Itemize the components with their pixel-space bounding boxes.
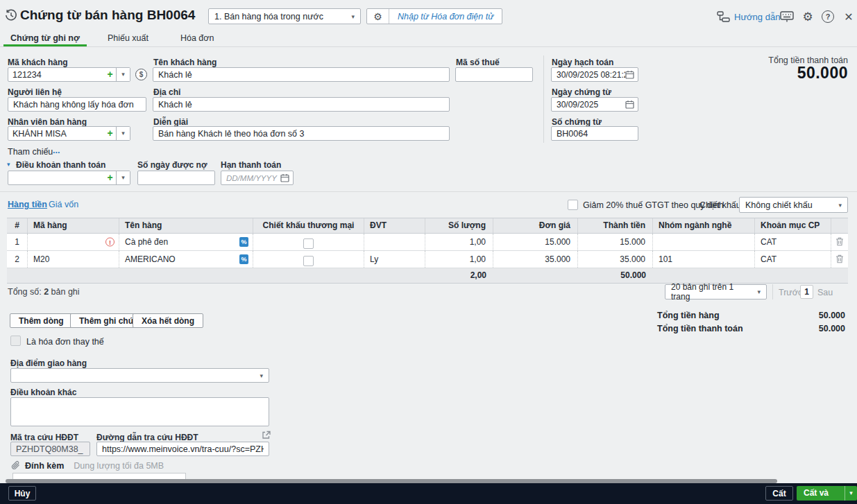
industry-cell[interactable]: 101 <box>653 251 755 268</box>
payment-dollar-icon[interactable]: $ <box>135 69 147 80</box>
form-divider <box>543 55 544 143</box>
salesperson-dropdown-button[interactable]: ▾ <box>116 127 130 140</box>
calendar-icon[interactable] <box>625 100 634 109</box>
trade-discount-cell <box>253 251 364 268</box>
debt-days-input[interactable] <box>137 171 215 185</box>
calendar-icon[interactable] <box>280 173 289 182</box>
lookup-code-label: Mã tra cứu HĐĐT <box>10 433 78 442</box>
description-label: Diễn giải <box>153 117 188 127</box>
price-cell[interactable]: 15.000 <box>493 234 578 250</box>
save-and-print-button[interactable]: Cất và In ▾ <box>797 486 857 501</box>
add-salesperson-icon[interactable]: + <box>104 127 116 140</box>
item-name-cell[interactable]: Cà phê đen % <box>119 234 253 250</box>
clear-rows-button[interactable]: Xóa hết dòng <box>133 313 203 328</box>
table-total-row: 2,00 50.000 <box>7 268 848 284</box>
due-date-input[interactable] <box>226 174 280 182</box>
einvoice-settings-button[interactable]: ⚙ <box>367 9 389 24</box>
chevron-down-icon: ▾ <box>753 288 761 295</box>
lookup-url-input[interactable] <box>96 442 269 456</box>
replace-invoice-checkbox[interactable] <box>10 336 21 346</box>
customer-code-dropdown-button[interactable]: ▾ <box>116 68 130 81</box>
close-icon[interactable]: ✕ <box>842 10 856 24</box>
customer-name-input[interactable] <box>153 67 450 82</box>
salesperson-input[interactable] <box>8 127 104 140</box>
contact-input[interactable] <box>8 97 146 112</box>
expense-cell[interactable]: CAT <box>755 234 831 250</box>
keyboard-shortcuts-icon[interactable] <box>780 10 794 23</box>
col-industry: Nhóm ngành nghề <box>653 218 755 233</box>
tax-code-input[interactable] <box>455 67 533 82</box>
history-icon[interactable] <box>5 9 17 21</box>
tab-hoa-don[interactable]: Hóa đơn <box>171 31 224 46</box>
guide-label: Hướng dẫn <box>734 12 780 22</box>
item-code-cell[interactable]: M20 <box>28 251 119 268</box>
col-item-name: Tên hàng <box>119 218 253 233</box>
chevron-down-icon: ▾ <box>834 202 842 209</box>
tab-phieu-xuat[interactable]: Phiếu xuất <box>98 31 158 46</box>
attachment-row[interactable]: Đính kèm Dung lượng tối đa 5MB <box>10 460 164 471</box>
cancel-button[interactable]: Hủy <box>8 486 36 501</box>
amount-cell[interactable]: 35.000 <box>578 251 653 268</box>
current-page-box[interactable]: 1 <box>800 285 813 299</box>
unit-cell[interactable] <box>364 234 425 250</box>
page-size-select[interactable]: 20 bản ghi trên 1 trang ▾ <box>665 284 767 299</box>
doc-no-input[interactable] <box>551 126 638 141</box>
guide-link[interactable]: Hướng dẫn <box>717 11 780 22</box>
expense-cell[interactable]: CAT <box>755 251 831 268</box>
delete-row-icon[interactable] <box>835 254 844 263</box>
import-einvoice-button[interactable]: Nhập từ Hóa đơn điện tử <box>389 9 502 24</box>
doc-date-input[interactable] <box>557 100 625 110</box>
row-discount-checkbox[interactable] <box>303 256 314 266</box>
detail-tab-gia-von[interactable]: Giá vốn <box>49 200 78 209</box>
detail-tab-hang-tien[interactable]: Hàng tiền <box>8 200 47 209</box>
next-page-button[interactable]: Sau <box>817 288 833 297</box>
address-input[interactable] <box>153 97 450 112</box>
add-payment-term-icon[interactable]: + <box>104 171 116 184</box>
delivery-location-select[interactable]: ▾ <box>10 368 269 383</box>
add-customer-icon[interactable]: + <box>104 68 116 81</box>
chevron-down-icon: ▾ <box>255 372 263 379</box>
description-input[interactable] <box>153 126 450 141</box>
attachment-dropzone[interactable] <box>12 473 186 479</box>
amount-cell[interactable]: 15.000 <box>578 234 653 250</box>
chevron-down-icon[interactable]: ▾ <box>845 486 857 501</box>
calendar-icon[interactable] <box>625 70 634 79</box>
help-icon[interactable]: ? <box>822 10 834 23</box>
prev-page-button[interactable]: Trước <box>779 288 802 297</box>
debt-days-label: Số ngày được nợ <box>137 160 207 170</box>
item-code-cell[interactable]: ! <box>28 234 119 250</box>
external-link-icon[interactable] <box>262 431 271 440</box>
qty-cell[interactable]: 1,00 <box>425 251 493 268</box>
industry-cell[interactable] <box>653 234 755 250</box>
delete-row-icon[interactable] <box>835 237 844 246</box>
attachment-hint: Dung lượng tối đa 5MB <box>74 461 164 471</box>
payment-term-dropdown-button[interactable]: ▾ <box>116 171 130 184</box>
price-cell[interactable]: 35.000 <box>493 251 578 268</box>
tab-chung-tu-ghi-no[interactable]: Chứng từ ghi nợ <box>3 31 87 46</box>
payment-term-input[interactable] <box>8 171 104 184</box>
item-name-cell[interactable]: AMERICANO % <box>119 251 253 268</box>
lookup-url-label: Đường dẫn tra cứu HĐĐT <box>96 433 198 442</box>
unit-cell[interactable]: Ly <box>364 251 425 268</box>
save-button[interactable]: Cất <box>765 486 793 501</box>
customer-code-input[interactable] <box>8 68 104 81</box>
other-terms-textarea[interactable] <box>10 397 269 426</box>
lookup-code-input[interactable] <box>10 442 90 456</box>
row-discount-checkbox[interactable] <box>303 238 314 249</box>
voucher-type-select[interactable]: 1. Bán hàng hóa trong nước ▾ <box>208 8 361 24</box>
item-picker-icon[interactable]: % <box>239 237 248 247</box>
add-row-button[interactable]: Thêm dòng <box>10 313 73 328</box>
settings-gear-icon[interactable]: ⚙ <box>801 10 815 24</box>
voucher-tabbar: Chứng từ ghi nợ Phiếu xuất Hóa đơn <box>0 31 857 47</box>
row-actions-cell <box>831 234 848 250</box>
qty-cell[interactable]: 1,00 <box>425 234 493 250</box>
add-note-button[interactable]: Thêm ghi chú <box>70 313 142 328</box>
payment-section-caret-icon[interactable]: ▾ <box>7 161 10 168</box>
vat-reduction-checkbox[interactable] <box>568 200 578 210</box>
discount-select[interactable]: Không chiết khấu ▾ <box>739 197 848 213</box>
item-picker-icon[interactable]: % <box>239 254 248 264</box>
section-divider <box>0 191 857 192</box>
record-count: Tổng số: 2 bản ghi <box>8 287 80 297</box>
posting-date-input[interactable] <box>557 70 625 80</box>
reference-more-link[interactable]: ... <box>53 146 60 155</box>
